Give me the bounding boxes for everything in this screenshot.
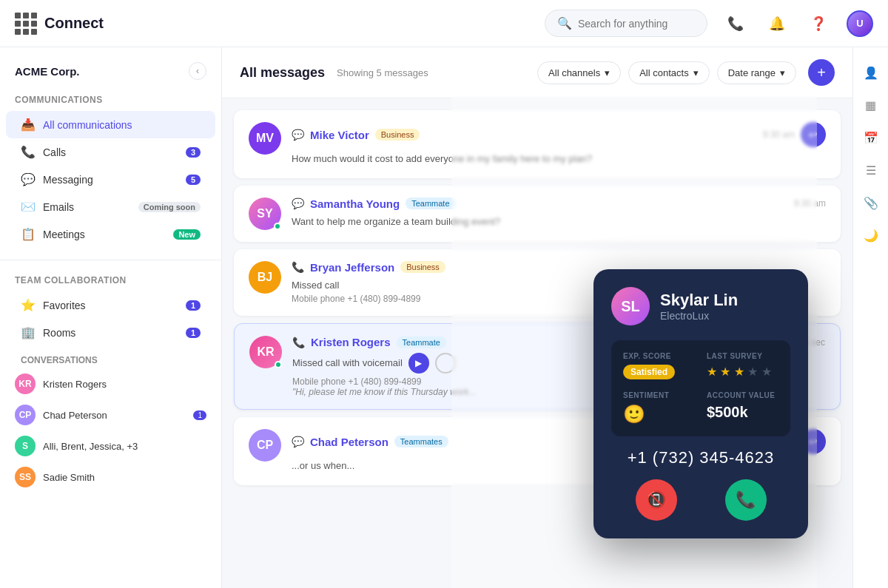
sidebar-item-emails[interactable]: ✉️ Emails Coming soon: [6, 193, 215, 220]
messaging-label: Messaging: [43, 174, 178, 186]
msg-sender-name: Kristen Rogers: [311, 336, 391, 348]
play-voicemail-button[interactable]: ▶: [408, 353, 429, 374]
table-row[interactable]: MV 💬 Mike Victor Business 9:30 am ↩ How …: [234, 110, 841, 178]
sidebar-item-messaging[interactable]: 💬 Messaging 5: [6, 166, 215, 193]
favorites-badge: 1: [186, 300, 201, 311]
sidebar-item-calls[interactable]: 📞 Calls 3: [6, 138, 215, 166]
filter-all-contacts-label: All contacts: [639, 67, 688, 78]
sidebar-item-conversations: Conversations: [6, 346, 215, 368]
moon-icon[interactable]: 🌙: [858, 222, 884, 249]
org-name: ACME Corp.: [15, 65, 80, 78]
showing-text: Showing 5 messages: [337, 67, 428, 78]
favorites-icon: ⭐: [21, 298, 36, 312]
call-icon: 📞: [292, 261, 304, 273]
filter-all-contacts[interactable]: All contacts ▾: [628, 61, 709, 84]
sidebar-item-meetings[interactable]: 📋 Meetings New: [6, 220, 215, 248]
avatar: MV: [249, 122, 281, 155]
apps-grid-icon[interactable]: [15, 13, 37, 35]
chad-badge: 1: [193, 410, 206, 420]
call-actions: 📵 📞: [611, 479, 790, 521]
online-indicator: [275, 361, 282, 368]
conversation-kristen-rogers[interactable]: KR Kristen Rogers: [0, 368, 221, 399]
account-value-label: ACCOUNT VALUE: [707, 391, 778, 399]
conversations-label: Conversations: [21, 355, 201, 365]
msg-time: 9:30 am: [763, 129, 795, 140]
right-icon-bar: 👤 ▦ 📅 ☰ 📎 🌙: [852, 47, 888, 588]
messaging-badge: 5: [186, 175, 201, 185]
online-indicator: [274, 223, 281, 230]
channel-icon: 💬: [292, 436, 304, 447]
emails-icon: ✉️: [21, 200, 36, 214]
rooms-label: Rooms: [43, 327, 178, 339]
search-input[interactable]: [578, 18, 695, 30]
collapse-sidebar-button[interactable]: ‹: [189, 62, 206, 80]
table-row[interactable]: SY 💬 Samantha Young Teammate 9:30 am Wan…: [234, 186, 841, 242]
decline-call-button[interactable]: 📵: [636, 479, 677, 521]
last-survey-label: LAST SURVEY: [707, 352, 778, 360]
calls-label: Calls: [43, 146, 178, 158]
table-icon[interactable]: ▦: [858, 92, 884, 118]
sidebar: ACME Corp. ‹ Communications 📥 All commun…: [0, 47, 222, 588]
avatar: CP: [249, 429, 281, 462]
help-icon[interactable]: ❓: [805, 10, 832, 37]
call-phone-number: +1 (732) 345-4623: [611, 448, 790, 467]
chevron-down-icon-2: ▾: [693, 67, 699, 78]
sidebar-item-all-communications[interactable]: 📥 All communications: [6, 111, 215, 138]
msg-tag: Teammates: [394, 436, 448, 447]
nav-icons: 📞 🔔 ❓ U: [722, 10, 873, 37]
checklist-icon[interactable]: ☰: [858, 157, 884, 183]
channel-icon: 💬: [292, 129, 304, 141]
meetings-label: Meetings: [43, 229, 166, 240]
filter-date-range[interactable]: Date range ▾: [717, 61, 796, 84]
filter-buttons: All channels ▾ All contacts ▾ Date range…: [537, 61, 796, 84]
sidebar-item-rooms[interactable]: 🏢 Rooms 1: [6, 319, 215, 346]
msg-text: How much would it cost to add everyone i…: [292, 152, 826, 166]
msg-tag: Teammate: [406, 197, 455, 209]
user-avatar-nav[interactable]: U: [847, 10, 873, 37]
exp-score-value: Satisfied: [623, 365, 675, 379]
app-title: Connect: [44, 15, 104, 32]
exp-score-label: EXP. SCORE: [623, 352, 695, 360]
messages-header: All messages Showing 5 messages All chan…: [222, 47, 852, 98]
search-bar[interactable]: 🔍: [545, 10, 707, 37]
attachment-icon[interactable]: 📎: [858, 189, 884, 216]
inbox-icon: 📥: [21, 118, 36, 132]
filter-all-channels-label: All channels: [548, 67, 600, 78]
msg-text: Missed call with voicemail: [292, 356, 403, 371]
kristen-avatar: KR: [15, 374, 36, 394]
bell-icon[interactable]: 🔔: [764, 10, 790, 37]
accept-call-button[interactable]: 📞: [725, 479, 767, 521]
last-survey-section: LAST SURVEY ★ ★ ★ ★ ★: [707, 352, 778, 379]
msg-sender-name: Bryan Jefferson: [310, 261, 394, 274]
filter-all-channels[interactable]: All channels ▾: [537, 61, 621, 84]
caller-name: Skylar Lin: [660, 291, 738, 310]
reply-button[interactable]: ↩: [801, 122, 826, 147]
star-3: ★: [734, 365, 744, 378]
star-4: ★: [747, 365, 758, 378]
rooms-icon: 🏢: [21, 325, 36, 339]
sadie-name: Sadie Smith: [43, 472, 206, 483]
caller-details: Skylar Lin ElectroLux: [660, 291, 738, 322]
messaging-icon: 💬: [21, 172, 36, 186]
star-rating: ★ ★ ★ ★ ★: [707, 365, 778, 379]
phone-icon[interactable]: 📞: [722, 10, 749, 37]
sidebar-item-favorites[interactable]: ⭐ Favorites 1: [6, 291, 215, 319]
conversation-alli-group[interactable]: S Alli, Brent, Jessica, +3: [0, 430, 221, 462]
avatar: BJ: [249, 261, 281, 294]
all-communications-label: All communications: [43, 119, 201, 131]
caller-company: ElectroLux: [660, 310, 738, 322]
chad-avatar: CP: [15, 405, 36, 425]
call-stats: EXP. SCORE Satisfied LAST SURVEY ★ ★ ★ ★…: [611, 340, 790, 436]
avatar-wrapper: KR: [249, 336, 282, 368]
conversation-sadie-smith[interactable]: SS Sadie Smith: [0, 462, 221, 493]
contact-icon[interactable]: 👤: [858, 59, 884, 86]
top-nav: Connect 🔍 📞 🔔 ❓ U: [0, 0, 888, 47]
star-1: ★: [707, 365, 717, 378]
add-message-button[interactable]: +: [808, 59, 835, 86]
call-overlay: SL Skylar Lin ElectroLux EXP. SCORE Sati…: [593, 269, 808, 538]
calendar-icon[interactable]: 📅: [858, 124, 884, 151]
calls-badge: 3: [186, 147, 201, 158]
emails-badge: Coming soon: [138, 202, 201, 212]
channel-icon: 💬: [292, 197, 304, 209]
conversation-chad-peterson[interactable]: CP Chad Peterson 1: [0, 399, 221, 430]
